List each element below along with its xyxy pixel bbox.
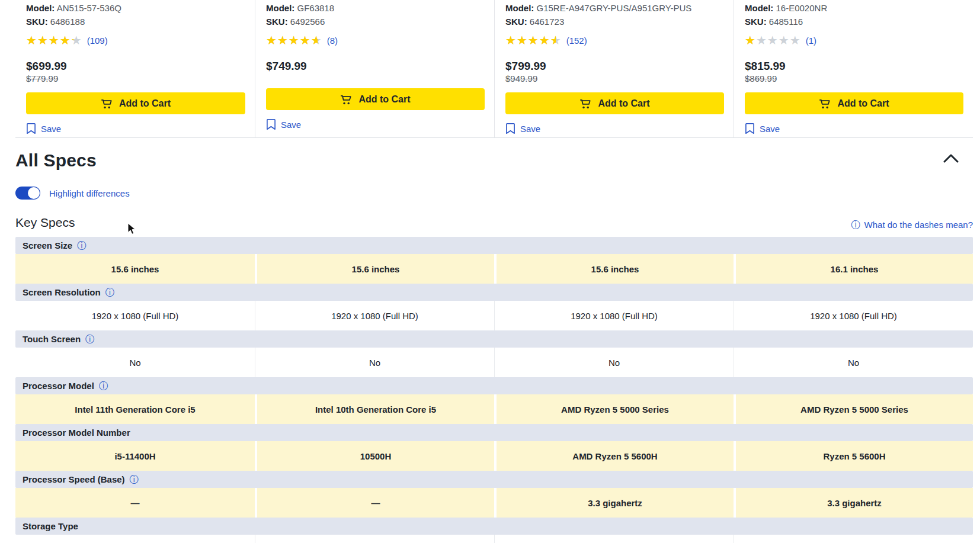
old-price: $869.99 [745,73,963,84]
sku-value: 6486188 [50,17,85,27]
spec-values-row [15,535,973,543]
spec-values-row: i5-11400H 10500H AMD Ryzen 5 5600H Ryzen… [15,441,973,471]
spec-row-header: Processor Model ⓘ [15,377,973,394]
spec-row-header: Processor Model Number [15,424,973,441]
review-count-link[interactable]: (1) [806,36,816,46]
save-link[interactable]: Save [505,123,540,134]
model-label: Model: [26,3,55,13]
spec-value: No [15,348,255,377]
add-to-cart-label: Add to Cart [598,98,649,109]
review-count-link[interactable]: (152) [566,36,587,46]
spec-value: 15.6 inches [15,254,255,284]
add-to-cart-button[interactable]: Add to Cart [26,92,245,114]
key-specs-bar: Key Specs ⓘ What do the dashes mean? [15,216,973,230]
model-label: Model: [266,3,294,13]
sku-line: SKU: 6486188 [26,15,245,28]
model-value: GF63818 [297,3,335,13]
spec-values-row: 15.6 inches 15.6 inches 15.6 inches 16.1… [15,254,973,284]
spec-value: No [734,348,973,377]
spec-value: 1920 x 1080 (Full HD) [255,301,494,330]
spec-label: Screen Size [23,240,72,250]
spec-value: 3.3 gigahertz [734,488,973,518]
info-icon[interactable]: ⓘ [99,381,108,391]
sku-label: SKU: [745,17,767,27]
spec-row-header: Screen Resolution ⓘ [15,284,973,301]
spec-value [255,535,494,543]
spec-values-row: — — 3.3 gigahertz 3.3 gigahertz [15,488,973,518]
save-label: Save [520,124,540,134]
spec-row-header: Screen Size ⓘ [15,237,973,254]
sku-label: SKU: [26,17,48,27]
review-count-link[interactable]: (109) [87,36,108,46]
add-to-cart-button[interactable]: Add to Cart [266,88,485,110]
bookmark-icon [26,123,36,134]
dashes-help-link[interactable]: ⓘ What do the dashes mean? [851,220,973,230]
spec-value [494,535,734,543]
spec-row-header: Processor Speed (Base) ⓘ [15,471,973,488]
current-price: $749.99 [266,59,485,73]
spec-label: Processor Model Number [23,428,130,438]
toggle-label: Highlight differences [49,188,130,198]
add-to-cart-button[interactable]: Add to Cart [505,92,724,114]
sku-line: SKU: 6485116 [745,15,963,28]
save-label: Save [281,120,301,130]
save-link[interactable]: Save [26,123,61,134]
dashes-link-label: What do the dashes mean? [864,220,973,230]
toggle-switch-on[interactable] [15,187,40,200]
spec-value: 15.6 inches [255,254,494,284]
spec-row-header: Storage Type [15,518,973,535]
save-label: Save [760,124,780,134]
spec-value: 3.3 gigahertz [494,488,734,518]
save-link[interactable]: Save [745,123,780,134]
collapse-all-specs-button[interactable] [942,151,960,166]
model-line: Model: GF63818 [266,1,485,15]
product-card: Model: AN515-57-536Q SKU: 6486188 ★★★★★★… [15,0,255,137]
star-rating-fill: ★★★★★ [505,34,556,47]
spec-value: No [494,348,734,377]
spec-value: 15.6 inches [494,254,734,284]
spec-values-row: No No No No [15,348,973,377]
info-icon[interactable]: ⓘ [130,475,139,484]
bookmark-icon [505,123,515,134]
info-icon[interactable]: ⓘ [105,288,115,297]
spec-value: — [15,488,255,518]
sku-value: 6461723 [530,17,564,27]
review-count-link[interactable]: (8) [327,36,338,46]
spec-value [734,535,973,543]
all-specs-title: All Specs [15,150,973,171]
spec-label: Screen Resolution [23,287,101,297]
bookmark-icon [266,118,276,130]
old-price: $949.99 [505,73,724,84]
spec-value: AMD Ryzen 5 5600H [494,441,734,471]
info-icon[interactable]: ⓘ [85,335,95,344]
spec-value: AMD Ryzen 5 5000 Series [734,394,973,424]
spec-value: 16.1 inches [734,254,973,284]
spec-value: Intel 11th Generation Core i5 [15,394,255,424]
model-value: AN515-57-536Q [57,3,121,13]
spec-row-header: Touch Screen ⓘ [15,330,973,348]
model-line: Model: 16-E0020NR [745,1,963,15]
save-link[interactable]: Save [266,118,301,130]
old-price [266,73,485,80]
cart-icon [340,94,353,105]
model-value: 16-E0020NR [776,3,828,13]
star-rating: ★★★★★★★★★★ [745,34,801,47]
star-rating: ★★★★★★★★★★ [505,34,562,47]
highlight-differences-toggle[interactable]: Highlight differences [15,187,980,200]
model-label: Model: [505,3,534,13]
product-card: Model: G15RE-A947GRY-PUS/A951GRY-PUS SKU… [494,0,734,137]
spec-value: 1920 x 1080 (Full HD) [734,301,973,330]
sku-value: 6492566 [290,17,325,27]
add-to-cart-label: Add to Cart [358,94,410,105]
info-icon[interactable]: ⓘ [77,241,87,250]
spec-label: Processor Speed (Base) [23,474,125,484]
star-rating: ★★★★★★★★★★ [26,34,82,47]
info-icon: ⓘ [851,220,861,230]
add-to-cart-label: Add to Cart [837,98,889,109]
star-rating-fill: ★★★★★ [26,34,73,47]
spec-value [15,535,255,543]
rating-row: ★★★★★★★★★★ (109) [26,33,245,47]
sku-label: SKU: [505,17,527,27]
add-to-cart-button[interactable]: Add to Cart [745,92,963,114]
spec-value: No [255,348,494,377]
